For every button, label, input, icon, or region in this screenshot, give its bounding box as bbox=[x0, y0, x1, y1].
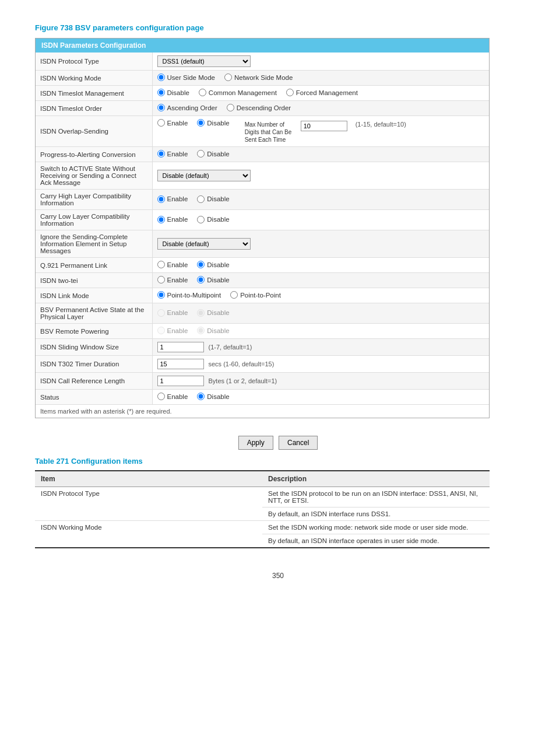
row-control[interactable]: EnableDisable bbox=[152, 273, 489, 288]
radio-input-8-0[interactable] bbox=[157, 216, 165, 223]
row-control[interactable]: EnableDisable bbox=[152, 258, 489, 273]
radio-input-12-0[interactable] bbox=[157, 291, 165, 299]
row-control[interactable]: (1-7, default=1) bbox=[152, 339, 489, 356]
radio-label-3-0[interactable]: Ascending Order bbox=[157, 104, 217, 111]
radio-input-overlap-1[interactable] bbox=[197, 119, 205, 127]
radio-label-10-1[interactable]: Disable bbox=[197, 261, 229, 268]
row-label: Q.921 Permanent Link bbox=[36, 258, 152, 273]
text-input-16[interactable] bbox=[157, 359, 204, 369]
radio-label-5-0[interactable]: Enable bbox=[157, 150, 188, 158]
config-header: ISDN Parameters Configuration bbox=[36, 38, 489, 52]
radio-input-5-1[interactable] bbox=[197, 150, 205, 158]
row-control[interactable]: DSS1 (default)ANSININTTETSI bbox=[152, 52, 489, 71]
row-control[interactable]: Disable (default)Enable bbox=[152, 162, 489, 190]
radio-text: Disable bbox=[207, 261, 229, 268]
row-control[interactable]: Point-to-MultipointPoint-to-Point bbox=[152, 288, 489, 303]
text-input-17[interactable] bbox=[157, 376, 204, 386]
radio-input-5-0[interactable] bbox=[157, 150, 165, 158]
radio-input-14-0 bbox=[157, 327, 165, 334]
radio-input-8-1[interactable] bbox=[197, 216, 205, 223]
info-description: By default, an ISDN interface operates i… bbox=[262, 534, 490, 548]
row-control[interactable]: Ascending OrderDescending Order bbox=[152, 101, 489, 116]
radio-text: Enable bbox=[167, 120, 188, 127]
radio-input-1-0[interactable] bbox=[157, 74, 165, 81]
radio-label-14-0: Enable bbox=[157, 327, 188, 334]
radio-label-5-1[interactable]: Disable bbox=[197, 150, 229, 158]
row-control[interactable]: DisableCommon ManagementForced Managemen… bbox=[152, 86, 489, 101]
row-control[interactable]: EnableDisable bbox=[152, 303, 489, 324]
row-control[interactable]: Bytes (1 or 2, default=1) bbox=[152, 373, 489, 390]
table-row: ISDN Timeslot ManagementDisableCommon Ma… bbox=[36, 86, 489, 101]
radio-label-18-0[interactable]: Enable bbox=[157, 393, 188, 400]
row-control[interactable]: EnableDisable bbox=[152, 324, 489, 339]
radio-label-11-1[interactable]: Disable bbox=[197, 276, 229, 284]
row-control[interactable]: EnableDisable bbox=[152, 147, 489, 162]
apply-button[interactable]: Apply bbox=[238, 436, 273, 450]
info-item-label: ISDN Working Mode bbox=[35, 521, 262, 548]
input-hint-17: Bytes (1 or 2, default=1) bbox=[209, 377, 277, 384]
radio-input-1-1[interactable] bbox=[224, 74, 232, 81]
radio-input-overlap-0[interactable] bbox=[157, 119, 165, 127]
radio-label-12-1[interactable]: Point-to-Point bbox=[230, 291, 281, 299]
row-control[interactable]: Disable (default)Enable bbox=[152, 230, 489, 258]
radio-label-10-0[interactable]: Enable bbox=[157, 261, 188, 268]
dropdown-6[interactable]: Disable (default)Enable bbox=[157, 170, 251, 181]
row-label: Carry Low Layer Compatibility Informatio… bbox=[36, 210, 152, 230]
row-control[interactable]: EnableDisable bbox=[152, 190, 489, 210]
row-label: ISDN T302 Timer Duration bbox=[36, 356, 152, 373]
radio-input-10-0[interactable] bbox=[157, 261, 165, 268]
radio-input-11-1[interactable] bbox=[197, 276, 205, 284]
radio-text: Common Management bbox=[209, 89, 277, 96]
radio-input-2-2[interactable] bbox=[286, 89, 294, 96]
radio-label-2-0[interactable]: Disable bbox=[157, 89, 189, 96]
radio-input-11-0[interactable] bbox=[157, 276, 165, 284]
radio-label-12-0[interactable]: Point-to-Multipoint bbox=[157, 291, 221, 299]
footnote: Items marked with an asterisk (*) are re… bbox=[36, 404, 489, 418]
radio-text: Enable bbox=[167, 276, 188, 284]
row-control[interactable]: EnableDisable bbox=[152, 390, 489, 405]
dropdown-9[interactable]: Disable (default)Enable bbox=[157, 238, 251, 250]
radio-text: Disable bbox=[207, 150, 229, 158]
row-control[interactable]: EnableDisableMax Number of Digits that C… bbox=[152, 116, 489, 147]
radio-label-8-1[interactable]: Disable bbox=[197, 216, 229, 223]
radio-input-3-1[interactable] bbox=[227, 104, 234, 111]
table-header-row: Item Description bbox=[35, 471, 490, 487]
radio-input-2-0[interactable] bbox=[157, 89, 165, 96]
radio-label-1-0[interactable]: User Side Mode bbox=[157, 74, 215, 81]
cancel-button[interactable]: Cancel bbox=[279, 436, 318, 450]
text-input-15[interactable] bbox=[157, 342, 204, 352]
radio-label-2-2[interactable]: Forced Management bbox=[286, 89, 358, 96]
radio-input-10-1[interactable] bbox=[197, 261, 205, 268]
row-label: ISDN Sliding Window Size bbox=[36, 339, 152, 356]
row-label: Carry High Layer Compatibility Informati… bbox=[36, 190, 152, 210]
radio-text: Disable bbox=[207, 327, 229, 334]
col-item: Item bbox=[35, 471, 262, 487]
radio-label-18-1[interactable]: Disable bbox=[197, 393, 229, 400]
row-control[interactable]: User Side ModeNetwork Side Mode bbox=[152, 71, 489, 86]
dropdown-0[interactable]: DSS1 (default)ANSININTTETSI bbox=[157, 55, 251, 67]
table-row: BSV Remote PoweringEnableDisable bbox=[36, 324, 489, 339]
radio-text: User Side Mode bbox=[167, 74, 215, 81]
radio-input-18-1[interactable] bbox=[197, 393, 205, 400]
table-row: BSV Permanent Active State at the Physic… bbox=[36, 303, 489, 324]
radio-input-12-1[interactable] bbox=[230, 291, 238, 299]
radio-label-1-1[interactable]: Network Side Mode bbox=[224, 74, 293, 81]
radio-label-overlap-1[interactable]: Disable bbox=[197, 119, 229, 127]
radio-label-3-1[interactable]: Descending Order bbox=[227, 104, 291, 111]
radio-input-3-0[interactable] bbox=[157, 104, 165, 111]
info-item-label: ISDN Protocol Type bbox=[35, 487, 262, 521]
digits-input[interactable] bbox=[301, 121, 347, 131]
radio-input-7-1[interactable] bbox=[197, 195, 205, 203]
radio-label-7-0[interactable]: Enable bbox=[157, 195, 188, 203]
radio-input-18-0[interactable] bbox=[157, 393, 165, 400]
radio-label-7-1[interactable]: Disable bbox=[197, 195, 229, 203]
radio-label-11-0[interactable]: Enable bbox=[157, 276, 188, 284]
radio-label-8-0[interactable]: Enable bbox=[157, 216, 188, 223]
radio-input-2-1[interactable] bbox=[199, 89, 206, 96]
radio-input-7-0[interactable] bbox=[157, 195, 165, 203]
radio-label-overlap-0[interactable]: Enable bbox=[157, 119, 188, 127]
row-control[interactable]: EnableDisable bbox=[152, 210, 489, 230]
radio-label-2-1[interactable]: Common Management bbox=[199, 89, 277, 96]
radio-label-13-0: Enable bbox=[157, 309, 188, 317]
row-control[interactable]: secs (1-60, default=15) bbox=[152, 356, 489, 373]
